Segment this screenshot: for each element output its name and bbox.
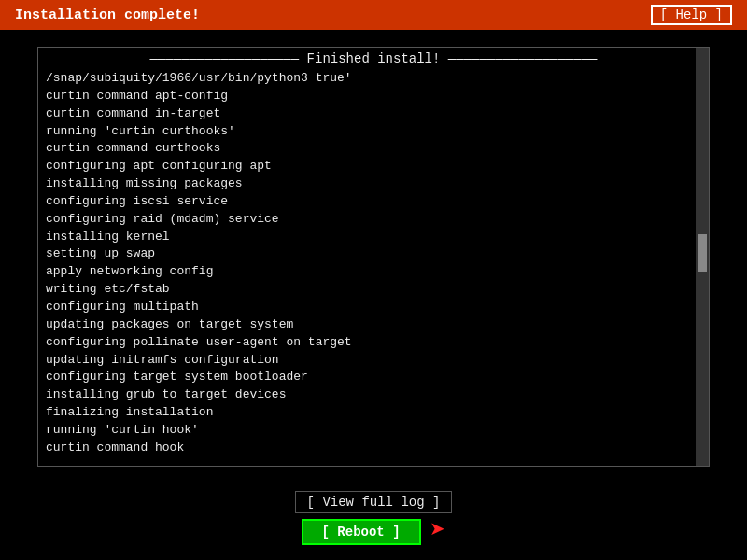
log-header: ——————————————————— Finished install! ——… [38, 48, 709, 68]
log-line: updating initramfs configuration [46, 352, 701, 370]
log-line: finalizing installation [46, 404, 701, 422]
log-line: configuring raid (mdadm) service [46, 211, 701, 229]
reboot-button[interactable]: [ Reboot ] [302, 519, 421, 545]
top-bar: Installation complete! [ Help ] [0, 0, 747, 30]
log-line: running 'curtin hook' [46, 422, 701, 440]
help-button[interactable]: [ Help ] [651, 5, 732, 25]
log-line: curtin command curthooks [46, 140, 701, 158]
log-line: executing late commands [46, 457, 701, 460]
log-line: installing kernel [46, 229, 701, 246]
scrollbar[interactable] [696, 48, 709, 466]
log-line: configuring target system bootloader [46, 369, 701, 386]
main-content: ——————————————————— Finished install! ——… [0, 30, 747, 476]
log-line: configuring apt configuring apt [46, 158, 701, 175]
log-content: /snap/subiquity/1966/usr/bin/python3 tru… [38, 68, 709, 460]
view-log-row: [ View full log ] [295, 491, 453, 513]
log-line: installing grub to target devices [46, 386, 701, 404]
log-line: configuring multipath [46, 299, 701, 316]
log-line: updating packages on target system [46, 316, 701, 334]
log-line: curtin command in-target [46, 105, 701, 123]
log-line: configuring pollinate user-agent on targ… [46, 334, 701, 352]
log-line: writing etc/fstab [46, 281, 701, 299]
log-line: curtin command hook [46, 440, 701, 457]
arrow-icon: ➤ [430, 519, 446, 545]
log-box: ——————————————————— Finished install! ——… [37, 47, 710, 467]
log-line: setting up swap [46, 245, 701, 263]
log-line: installing missing packages [46, 175, 701, 193]
log-line: configuring iscsi service [46, 193, 701, 211]
log-line: curtin command apt-config [46, 88, 701, 105]
log-line: /snap/subiquity/1966/usr/bin/python3 tru… [46, 70, 701, 88]
view-full-log-button[interactable]: [ View full log ] [295, 491, 453, 513]
installation-title: Installation complete! [15, 7, 200, 23]
scrollbar-thumb [698, 234, 707, 272]
reboot-row: [ Reboot ] ➤ [302, 519, 446, 545]
log-line: running 'curtin curthooks' [46, 123, 701, 141]
log-line: apply networking config [46, 263, 701, 281]
bottom-area: [ View full log ] [ Reboot ] ➤ [0, 476, 747, 560]
